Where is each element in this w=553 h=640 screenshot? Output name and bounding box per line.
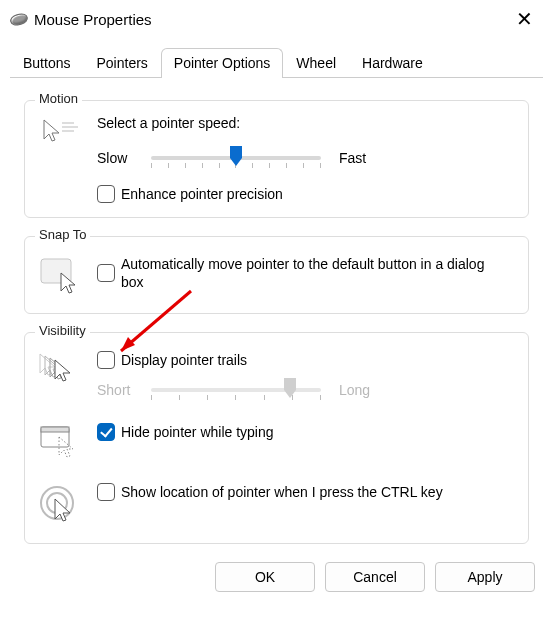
pointer-speed-label: Select a pointer speed: — [97, 115, 514, 131]
group-motion: Motion Select a pointer speed: Sl — [24, 100, 529, 218]
pointer-speed-slider[interactable] — [151, 147, 321, 169]
svg-rect-15 — [41, 427, 69, 432]
apply-button[interactable]: Apply — [435, 562, 535, 592]
dialog-button-bar: OK Cancel Apply — [0, 552, 553, 604]
group-snap-to-legend: Snap To — [35, 227, 90, 242]
titlebar: Mouse Properties ✕ — [0, 0, 553, 36]
svg-marker-4 — [230, 146, 242, 166]
enhance-precision-checkbox[interactable] — [97, 185, 115, 203]
pointer-speed-icon — [40, 117, 80, 147]
cancel-button[interactable]: Cancel — [325, 562, 425, 592]
ok-button[interactable]: OK — [215, 562, 315, 592]
tab-buttons[interactable]: Buttons — [10, 48, 83, 78]
group-visibility-legend: Visibility — [35, 323, 90, 338]
trails-short-label: Short — [97, 382, 141, 398]
pointer-trails-icon — [39, 353, 81, 387]
ctrl-locate-icon — [39, 485, 81, 525]
mouse-icon — [9, 11, 29, 26]
pointer-trails-label: Display pointer trails — [121, 351, 247, 369]
group-visibility: Visibility Display pointer trails — [24, 332, 529, 544]
hide-while-typing-label: Hide pointer while typing — [121, 423, 274, 441]
tabstrip: Buttons Pointers Pointer Options Wheel H… — [0, 36, 553, 78]
hide-while-typing-checkbox[interactable] — [97, 423, 115, 441]
hide-while-typing-icon — [39, 425, 81, 461]
speed-fast-label: Fast — [331, 150, 366, 166]
ctrl-locate-label: Show location of pointer when I press th… — [121, 483, 443, 501]
group-motion-legend: Motion — [35, 91, 82, 106]
tab-hardware[interactable]: Hardware — [349, 48, 436, 78]
group-snap-to: Snap To Automatically move pointer to th… — [24, 236, 529, 314]
window-title: Mouse Properties — [28, 11, 508, 28]
svg-marker-13 — [284, 378, 296, 398]
tab-pointer-options[interactable]: Pointer Options — [161, 48, 284, 78]
tab-pointers[interactable]: Pointers — [83, 48, 160, 78]
speed-slow-label: Slow — [97, 150, 141, 166]
pointer-trails-checkbox[interactable] — [97, 351, 115, 369]
snap-to-label: Automatically move pointer to the defaul… — [121, 255, 501, 291]
ctrl-locate-checkbox[interactable] — [97, 483, 115, 501]
snap-to-icon — [39, 257, 81, 295]
tab-panel-pointer-options: Motion Select a pointer speed: Sl — [0, 78, 553, 552]
svg-marker-0 — [44, 120, 59, 141]
enhance-precision-label: Enhance pointer precision — [121, 185, 283, 203]
close-icon[interactable]: ✕ — [508, 9, 541, 29]
trails-long-label: Long — [331, 382, 370, 398]
pointer-trails-slider — [151, 379, 321, 401]
tab-wheel[interactable]: Wheel — [283, 48, 349, 78]
snap-to-checkbox[interactable] — [97, 264, 115, 282]
